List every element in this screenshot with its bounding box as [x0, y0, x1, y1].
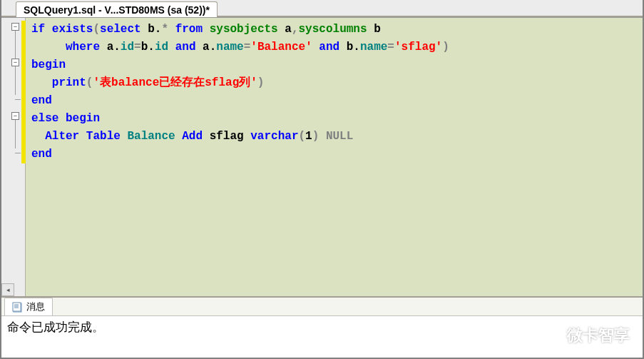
- line: else begin: [31, 112, 100, 125]
- line: end: [31, 94, 52, 107]
- tab-bar: SQLQuery1.sql - V...STD80MS (sa (52))*: [1, 0, 643, 17]
- line: where a.id=b.id and a.name='Balance' and…: [31, 41, 449, 54]
- editor-area: − − − if exists(select b.* from sysobjec…: [1, 17, 643, 296]
- message-tabbar: 消息: [1, 298, 643, 316]
- message-pane: 消息 命令已成功完成。: [1, 296, 643, 358]
- fold-elbow: [15, 153, 21, 153]
- scroll-left-button[interactable]: ◂: [1, 283, 14, 296]
- line: begin: [31, 59, 66, 71]
- line: end: [31, 148, 52, 161]
- line: Alter Table Balance Add sflag varchar(1)…: [31, 130, 353, 143]
- change-marker: [21, 21, 26, 163]
- fold-elbow: [15, 99, 21, 100]
- messages-icon: [12, 301, 24, 313]
- file-tab[interactable]: SQLQuery1.sql - V...STD80MS (sa (52))*: [16, 1, 218, 17]
- line: if exists(select b.* from sysobjects a,s…: [31, 23, 381, 36]
- code-editor[interactable]: if exists(select b.* from sysobjects a,s…: [26, 18, 643, 296]
- fold-line: [15, 66, 16, 95]
- messages-tab[interactable]: 消息: [4, 298, 53, 315]
- line: print('表balance已经存在sflag列'): [31, 76, 264, 89]
- sql-editor-window: SQLQuery1.sql - V...STD80MS (sa (52))* −…: [0, 0, 644, 359]
- fold-toggle[interactable]: −: [11, 112, 19, 120]
- fold-toggle[interactable]: −: [11, 23, 19, 31]
- message-body: 命令已成功完成。: [1, 316, 643, 358]
- messages-tab-label: 消息: [26, 300, 45, 313]
- fold-toggle[interactable]: −: [11, 59, 19, 66]
- svg-rect-1: [13, 303, 21, 311]
- fold-line: [15, 120, 16, 148]
- gutter: − − −: [1, 18, 26, 296]
